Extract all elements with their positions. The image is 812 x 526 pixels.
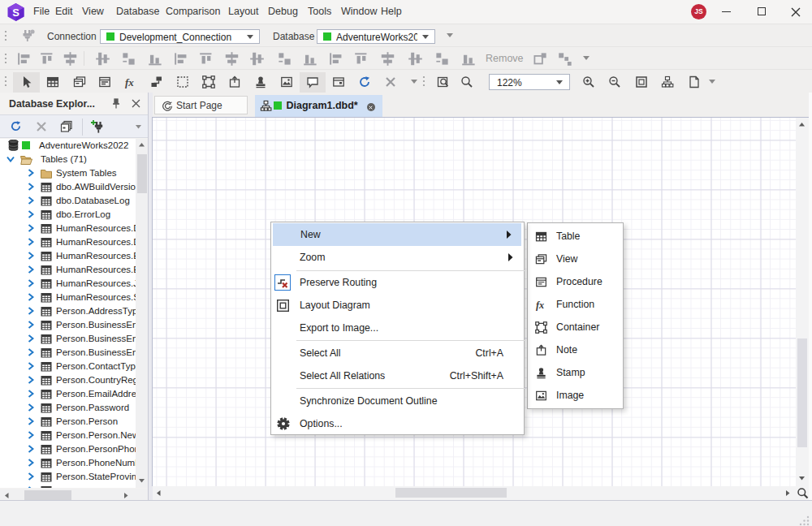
svg-text:fx: fx — [125, 76, 134, 88]
svg-text:fx: fx — [536, 299, 544, 310]
svg-text:S: S — [12, 6, 19, 19]
